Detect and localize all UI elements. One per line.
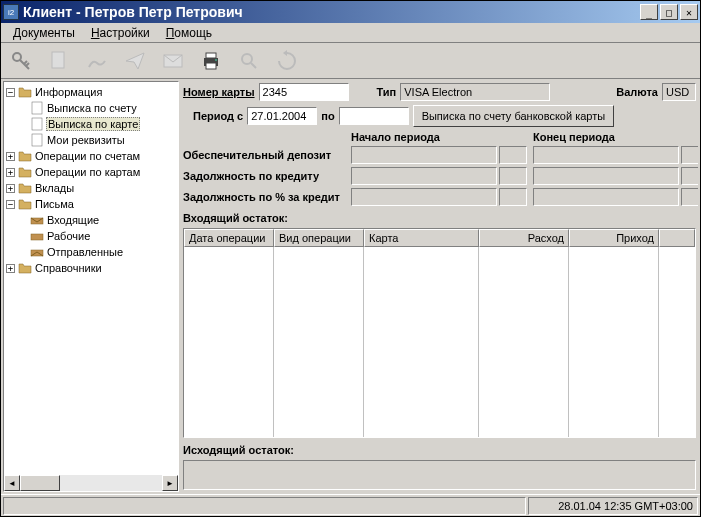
- app-window: i2 Клиент - Петров Петр Петрович _ □ ✕ Д…: [0, 0, 701, 517]
- tree-letters[interactable]: Письма: [34, 198, 75, 210]
- pct-debt-end-val: [533, 188, 679, 206]
- menu-settings-label: астройки: [100, 26, 150, 40]
- svg-rect-5: [206, 63, 216, 69]
- folder-icon: [18, 85, 32, 99]
- print-icon[interactable]: [197, 47, 225, 75]
- menubar: Документы Настройки Помощь: [1, 23, 700, 43]
- card-no-label: Номер карты: [183, 86, 255, 98]
- nav-tree: −Информация Выписка по счету Выписка по …: [3, 81, 179, 492]
- minimize-button[interactable]: _: [640, 4, 658, 20]
- status-time: 28.01.04 12:35 GMT+03:00: [528, 497, 698, 515]
- svg-point-6: [215, 59, 217, 61]
- main-panel: Номер карты Тип Валюта Период с по Выпис…: [181, 81, 698, 492]
- folder-icon: [18, 181, 32, 195]
- col-spacer: [659, 229, 695, 247]
- pct-debt-start-cur: [499, 188, 527, 206]
- tree-expand-icon[interactable]: +: [6, 264, 15, 273]
- table-header: Дата операции Вид операции Карта Расход …: [184, 229, 695, 247]
- document-icon: [30, 133, 44, 147]
- tree-scrollbar[interactable]: ◄ ►: [4, 475, 178, 491]
- statusbar: 28.01.04 12:35 GMT+03:00: [1, 494, 700, 516]
- type-input: [400, 83, 550, 101]
- svg-rect-9: [32, 118, 42, 130]
- sign-icon[interactable]: [83, 47, 111, 75]
- pct-debt-end-cur: [681, 188, 698, 206]
- key-icon[interactable]: [7, 47, 35, 75]
- tree-inbox[interactable]: Входящие: [46, 214, 100, 226]
- svg-point-7: [242, 54, 252, 64]
- maximize-button[interactable]: □: [660, 4, 678, 20]
- send-icon[interactable]: [121, 47, 149, 75]
- end-period-header: Конец периода: [533, 131, 698, 143]
- folder-icon: [18, 261, 32, 275]
- mail-icon[interactable]: [159, 47, 187, 75]
- operations-table: Дата операции Вид операции Карта Расход …: [183, 228, 696, 438]
- scroll-left-icon[interactable]: ◄: [4, 475, 20, 491]
- tree-card-statement[interactable]: Выписка по карте: [46, 117, 140, 131]
- tree-collapse-icon[interactable]: −: [6, 200, 15, 209]
- col-kind[interactable]: Вид операции: [274, 229, 364, 247]
- menu-help[interactable]: Помощь: [160, 24, 218, 42]
- cred-debt-end-cur: [681, 167, 698, 185]
- tree-acct-statement[interactable]: Выписка по счету: [46, 102, 138, 114]
- period-from-label: Период с: [193, 110, 243, 122]
- refresh-icon[interactable]: [273, 47, 301, 75]
- content-area: −Информация Выписка по счету Выписка по …: [1, 79, 700, 494]
- folder-icon: [18, 149, 32, 163]
- period-to-input[interactable]: [339, 107, 409, 125]
- tree-expand-icon[interactable]: +: [6, 152, 15, 161]
- period-to-label: по: [321, 110, 334, 122]
- tree-acct-ops[interactable]: Операции по счетам: [34, 150, 141, 162]
- sec-dep-start-val: [351, 146, 497, 164]
- sent-icon: [30, 245, 44, 259]
- incoming-balance-label: Входящий остаток:: [183, 212, 696, 224]
- svg-rect-10: [32, 134, 42, 146]
- col-credit[interactable]: Приход: [569, 229, 659, 247]
- col-date[interactable]: Дата операции: [184, 229, 274, 247]
- sec-dep-start-cur: [499, 146, 527, 164]
- cred-debt-start-val: [351, 167, 497, 185]
- svg-rect-12: [31, 234, 43, 240]
- tree-expand-icon[interactable]: +: [6, 168, 15, 177]
- table-body: [184, 247, 695, 437]
- tree-card-ops[interactable]: Операции по картам: [34, 166, 141, 178]
- scroll-right-icon[interactable]: ►: [162, 475, 178, 491]
- col-card[interactable]: Карта: [364, 229, 479, 247]
- outgoing-balance-label: Исходящий остаток:: [183, 444, 696, 456]
- app-icon: i2: [3, 4, 19, 20]
- tree-info[interactable]: Информация: [34, 86, 103, 98]
- svg-rect-1: [52, 52, 64, 68]
- menu-documents[interactable]: Документы: [7, 24, 81, 42]
- search-icon[interactable]: [235, 47, 263, 75]
- tree-sent[interactable]: Отправленные: [46, 246, 124, 258]
- new-doc-icon[interactable]: [45, 47, 73, 75]
- tree-working[interactable]: Рабочие: [46, 230, 91, 242]
- close-button[interactable]: ✕: [680, 4, 698, 20]
- tree-my-details[interactable]: Мои реквизиты: [46, 134, 126, 146]
- tree-collapse-icon[interactable]: −: [6, 88, 15, 97]
- svg-rect-4: [206, 53, 216, 58]
- tree-deposits[interactable]: Вклады: [34, 182, 75, 194]
- tree-refs[interactable]: Справочники: [34, 262, 103, 274]
- document-icon: [30, 101, 44, 115]
- outgoing-balance-box: [183, 460, 696, 490]
- inbox-icon: [30, 213, 44, 227]
- card-no-input[interactable]: [259, 83, 349, 101]
- pct-debt-start-val: [351, 188, 497, 206]
- cred-debt-start-cur: [499, 167, 527, 185]
- currency-input: [662, 83, 696, 101]
- col-debit[interactable]: Расход: [479, 229, 569, 247]
- tree-expand-icon[interactable]: +: [6, 184, 15, 193]
- pct-debt-label: Задолжность по % за кредит: [183, 191, 345, 203]
- folder-icon: [18, 197, 32, 211]
- cred-debt-end-val: [533, 167, 679, 185]
- credit-debt-label: Задолжность по кредиту: [183, 170, 345, 182]
- fetch-statement-button[interactable]: Выписка по счету банковской карты: [413, 105, 615, 127]
- titlebar: i2 Клиент - Петров Петр Петрович _ □ ✕: [1, 1, 700, 23]
- menu-settings[interactable]: Настройки: [85, 24, 156, 42]
- document-icon: [30, 117, 44, 131]
- sec-dep-end-val: [533, 146, 679, 164]
- period-from-input[interactable]: [247, 107, 317, 125]
- menu-documents-label: окументы: [21, 26, 75, 40]
- scroll-thumb[interactable]: [20, 475, 60, 491]
